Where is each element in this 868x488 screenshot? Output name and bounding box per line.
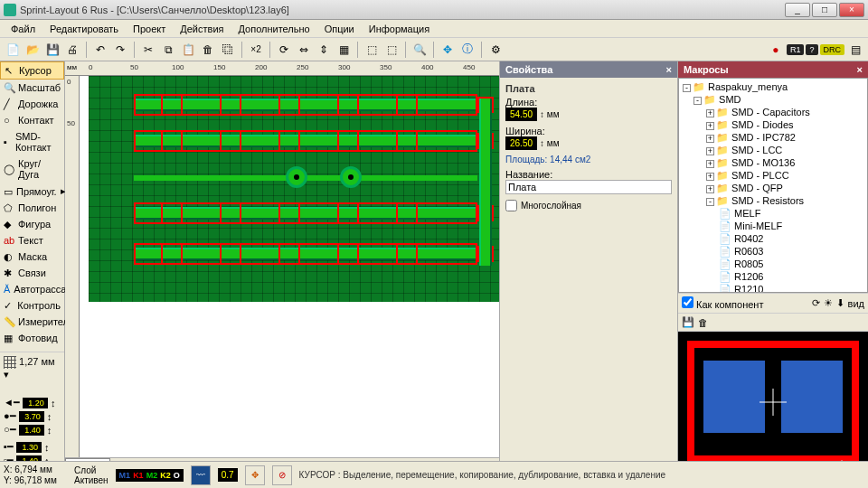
save-macro-icon[interactable]: 💾 [682,316,694,328]
minimize-button[interactable]: _ [785,3,810,17]
crosshair-status-icon[interactable]: ✥ [245,465,265,485]
statusbar: X: 6,794 мм Y: 96,718 мм Слой Активен M1… [0,461,868,488]
menu-extra[interactable]: Дополнительно [231,22,316,36]
badge-r1[interactable]: R1 [787,44,805,55]
save-icon[interactable]: 💾 [43,41,61,59]
track-icon: ▪━ [4,441,14,453]
tool-shape[interactable]: ◆Фигура [0,216,64,232]
track-val-3[interactable]: 1.30 [16,442,42,453]
zoom-icon[interactable]: 🔍 [410,41,429,59]
badge-drc[interactable]: DRC [820,44,845,55]
panel-toggle-icon[interactable]: ▤ [846,41,864,59]
download-icon[interactable]: ⬇ [836,297,844,309]
menu-options[interactable]: Опции [317,22,362,36]
props-title: Свойства [505,64,552,75]
cut-icon[interactable]: ✂ [139,41,157,59]
copy-icon[interactable]: ⧉ [159,41,177,59]
tool-text[interactable]: abТекст [0,232,64,249]
macros-panel: Макросы× -📁 Raspakuy_menya -📁 SMD +📁 SMD… [678,61,868,472]
zoom-value[interactable]: 0.7 [218,468,238,482]
gear-icon[interactable]: ⚙ [486,41,505,59]
x2-icon[interactable]: ×2 [247,41,265,59]
mirror-h-icon[interactable]: ⇔ [295,41,313,59]
no-connect-icon[interactable]: ⊘ [272,465,292,485]
layer-selector[interactable]: M1 K1 M2 K2 O [116,469,184,482]
tool-rect[interactable]: ▭Прямоуг.▸ [0,183,64,200]
name-label: Название: [505,169,672,180]
rotate-icon[interactable]: ⟳ [275,41,293,59]
layer-label: Слой Активен [74,465,108,485]
tool-track[interactable]: ╱Дорожка [0,96,64,112]
main-toolbar: 📄 📂 💾 🖨 ↶ ↷ ✂ ⧉ 📋 🗑 ⿻ ×2 ⟳ ⇔ ⇕ ▦ ⬚ ⬚ 🔍 ✥… [0,38,868,61]
status-hint: КУРСОР : Выделение, перемещение, копиров… [299,470,864,480]
badge-question[interactable]: ? [806,44,817,55]
ruler-horizontal: мм 0 50 100 150 200 250 300 350 400 450 … [65,61,499,76]
tool-mask[interactable]: ◐Маска [0,249,64,265]
menu-edit[interactable]: Редактировать [42,22,126,36]
undo-icon[interactable]: ↶ [91,41,109,59]
refresh-icon[interactable]: ⟳ [812,297,820,309]
width-value[interactable]: 26.50 [505,136,537,150]
tool-polygon[interactable]: ⬠Полигон [0,200,64,216]
tool-photoview[interactable]: ▦Фотовид [0,330,64,346]
tool-links[interactable]: ✱Связи [0,265,64,281]
length-value[interactable]: 54.50 [505,108,537,121]
board-name-input[interactable] [505,180,672,194]
tool-zoom[interactable]: 🔍Масштаб [0,80,64,96]
record-icon[interactable]: ● [767,41,785,59]
info-icon[interactable]: ⓘ [458,41,476,59]
align-icon[interactable]: ▦ [335,41,353,59]
grid-size-box[interactable]: 1,27 мм ▾ [0,352,64,384]
props-close-icon[interactable]: × [666,64,672,75]
track-icon: ○━ [4,424,16,436]
track-val-0[interactable]: 1.20 [23,398,48,408]
titlebar: Sprint-Layout 6 Rus - [C:\Users\Санчелло… [0,0,868,20]
cursor-coords: X: 6,794 мм Y: 96,718 мм [4,465,67,486]
tool-cursor[interactable]: ↖Курсор [0,61,64,80]
paste-icon[interactable]: 📋 [179,41,197,59]
delete-macro-icon[interactable]: 🗑 [698,317,708,328]
menu-project[interactable]: Проект [126,22,173,36]
track-val-1[interactable]: 3.70 [19,411,44,422]
properties-panel: Свойства× Плата Длина: 54.50↕ мм Ширина:… [499,61,678,472]
redo-icon[interactable]: ↷ [111,41,129,59]
macro-preview[interactable]: Drag and Drop [678,332,868,472]
as-component-check[interactable]: Как компонент [682,296,763,310]
pcb-board: + + + + [89,76,499,302]
track-val-2[interactable]: 1.40 [19,425,44,436]
print-icon[interactable]: 🖨 [63,41,81,59]
tool-pad[interactable]: ○Контакт [0,112,64,128]
multilayer-checkbox[interactable]: Многослойная [505,200,672,211]
status-icon-1[interactable]: 〰 [191,465,211,485]
props-section: Плата [505,83,672,94]
group-icon[interactable]: ⬚ [363,41,381,59]
menu-file[interactable]: Файл [4,22,42,36]
crosshair-icon[interactable]: ✥ [439,41,457,59]
tool-circle[interactable]: ◯Круг/Дуга [0,155,64,183]
ungroup-icon[interactable]: ⬚ [382,41,401,59]
grid-size-value: 1,27 мм [19,356,55,367]
tool-panel: ↖Курсор 🔍Масштаб ╱Дорожка ○Контакт ▪SMD-… [0,61,65,472]
width-label: Ширина: [505,126,672,136]
delete-icon[interactable]: 🗑 [199,41,217,59]
menu-info[interactable]: Информация [362,22,437,36]
tool-smd[interactable]: ▪SMD-Контакт [0,128,64,155]
maximize-button[interactable]: □ [812,3,837,17]
new-icon[interactable]: 📄 [4,41,22,59]
area-label: Площадь: 14,44 см2 [505,155,672,164]
macros-title: Макросы [684,64,729,75]
close-button[interactable]: × [839,3,864,17]
sun-icon[interactable]: ☀ [824,297,833,309]
mirror-v-icon[interactable]: ⇕ [315,41,333,59]
menu-actions[interactable]: Действия [173,22,231,36]
macro-tree[interactable]: -📁 Raspakuy_menya -📁 SMD +📁 SMD - Capaci… [678,78,868,293]
open-icon[interactable]: 📂 [24,41,42,59]
duplicate-icon[interactable]: ⿻ [219,41,237,59]
macros-close-icon[interactable]: × [857,64,863,75]
tool-measure[interactable]: 📏Измеритель [0,314,64,330]
pcb-canvas[interactable]: + + + + [80,76,499,457]
tool-check[interactable]: ✓Контроль [0,297,64,314]
canvas-area: мм 0 50 100 150 200 250 300 350 400 450 … [65,61,499,472]
tool-autoroute[interactable]: ĂАвтотрасса [0,281,64,297]
length-label: Длина: [505,97,672,108]
